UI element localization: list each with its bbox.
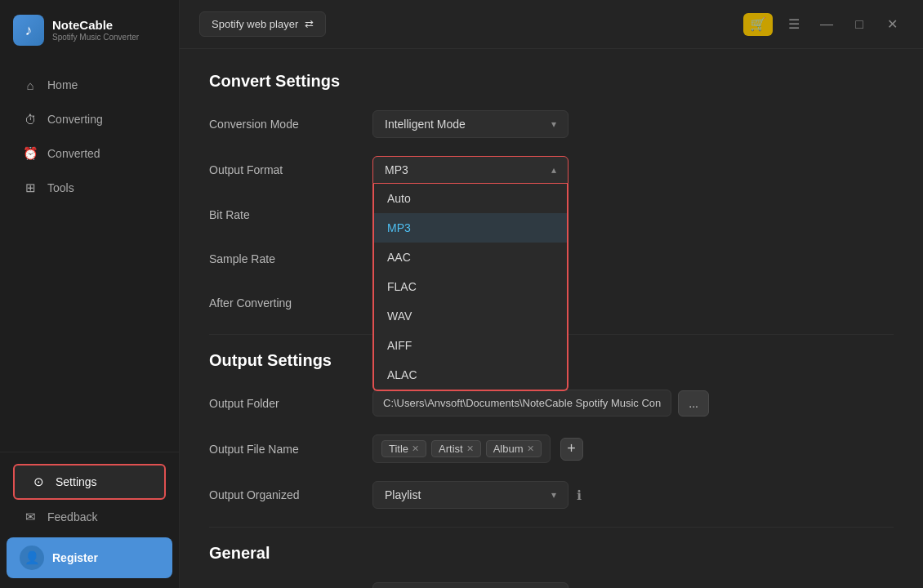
settings-icon: ⊙ — [31, 474, 46, 489]
sidebar-item-settings[interactable]: ⊙ Settings — [13, 464, 166, 500]
logo-icon: ♪ — [13, 15, 44, 46]
sidebar-item-converted[interactable]: ⏰ Converted — [7, 137, 172, 170]
converted-icon: ⏰ — [23, 146, 38, 161]
app-logo: ♪ NoteCable Spotify Music Converter — [0, 0, 179, 60]
tools-icon: ⊞ — [23, 180, 38, 195]
sample-rate-label: Sample Rate — [209, 252, 372, 265]
close-button[interactable]: ✕ — [881, 13, 903, 36]
spotify-btn-label: Spotify web player — [212, 18, 298, 30]
output-folder-control: C:\Users\Anvsoft\Documents\NoteCable Spo… — [372, 390, 709, 416]
conversion-mode-dropdown[interactable]: Intelligent Mode ▾ — [372, 110, 569, 138]
conversion-mode-value: Intelligent Mode — [385, 118, 466, 131]
register-button[interactable]: 👤 Register — [7, 537, 172, 578]
format-option-mp3[interactable]: MP3 — [374, 213, 567, 243]
app-title: NoteCable — [52, 18, 139, 33]
output-folder-label: Output Folder — [209, 397, 372, 410]
app-subtitle: Spotify Music Converter — [52, 33, 139, 42]
settings-content: Convert Settings Conversion Mode Intelli… — [180, 49, 923, 588]
sidebar-item-feedback[interactable]: ✉ Feedback — [7, 501, 172, 532]
output-filename-control: Title ✕ Artist ✕ Album ✕ + — [372, 434, 583, 463]
add-tag-button[interactable]: + — [560, 438, 583, 461]
cart-button[interactable]: 🛒 — [743, 13, 773, 36]
output-organized-label: Output Organized — [209, 488, 372, 501]
output-organized-value: Playlist — [385, 488, 421, 501]
maximize-button[interactable]: □ — [848, 13, 871, 36]
bit-rate-label: Bit Rate — [209, 208, 372, 221]
output-organized-row: Output Organized Playlist ▾ ℹ — [209, 481, 894, 509]
converting-icon: ⏱ — [23, 112, 38, 127]
output-format-control: MP3 ▴ Auto MP3 AAC FLAC WAV AIFF ALAC — [372, 156, 585, 184]
output-organized-dropdown[interactable]: Playlist ▾ — [372, 481, 569, 509]
sidebar-item-tools-label: Tools — [47, 181, 74, 194]
output-format-menu: Auto MP3 AAC FLAC WAV AIFF ALAC — [372, 184, 569, 391]
topbar: Spotify web player ⇄ 🛒 ☰ — □ ✕ — [180, 0, 923, 49]
output-filename-row: Output File Name Title ✕ Artist ✕ Album … — [209, 434, 894, 463]
output-folder-row: Output Folder C:\Users\Anvsoft\Documents… — [209, 390, 894, 416]
tag-album: Album ✕ — [486, 440, 542, 457]
format-option-wav[interactable]: WAV — [374, 301, 567, 331]
menu-button[interactable]: ☰ — [783, 13, 805, 36]
minimize-button[interactable]: — — [815, 13, 838, 36]
feedback-icon: ✉ — [23, 510, 38, 524]
convert-settings-title: Convert Settings — [209, 72, 894, 91]
sidebar-bottom: ⊙ Settings ✉ Feedback 👤 Register — [0, 452, 179, 588]
output-filename-label: Output File Name — [209, 443, 372, 456]
tag-title: Title ✕ — [381, 440, 426, 457]
sidebar: ♪ NoteCable Spotify Music Converter ⌂ Ho… — [0, 0, 180, 588]
output-format-row: Output Format MP3 ▴ Auto MP3 AAC FLAC WA… — [209, 156, 894, 184]
sidebar-item-feedback-label: Feedback — [47, 510, 97, 523]
tag-artist-close[interactable]: ✕ — [466, 443, 474, 454]
main-content: Spotify web player ⇄ 🛒 ☰ — □ ✕ Convert S… — [180, 0, 923, 588]
chevron-down-icon: ▾ — [551, 118, 556, 130]
tag-container: Title ✕ Artist ✕ Album ✕ — [372, 434, 551, 463]
chevron-down-icon: ▾ — [551, 489, 556, 501]
register-label: Register — [52, 551, 98, 564]
window-controls: 🛒 ☰ — □ ✕ — [743, 13, 903, 36]
sidebar-item-converting[interactable]: ⏱ Converting — [7, 103, 172, 136]
format-option-aac[interactable]: AAC — [374, 243, 567, 272]
browse-button[interactable]: ... — [678, 390, 709, 416]
home-icon: ⌂ — [23, 78, 38, 92]
avatar-icon: 👤 — [25, 550, 40, 565]
output-format-value: MP3 — [385, 163, 408, 176]
tag-album-close[interactable]: ✕ — [527, 443, 534, 454]
spotify-player-button[interactable]: Spotify web player ⇄ — [199, 11, 326, 37]
general-title: General — [209, 544, 894, 563]
tag-title-close[interactable]: ✕ — [412, 443, 419, 454]
format-option-alac[interactable]: ALAC — [374, 360, 567, 390]
output-folder-input[interactable]: C:\Users\Anvsoft\Documents\NoteCable Spo… — [372, 390, 671, 416]
general-section: General Appearance Dark ▾ Languages Engl… — [209, 544, 894, 588]
switch-icon: ⇄ — [305, 18, 314, 30]
logo-text: NoteCable Spotify Music Converter — [52, 18, 139, 42]
format-option-aiff[interactable]: AIFF — [374, 331, 567, 360]
sidebar-item-tools[interactable]: ⊞ Tools — [7, 172, 172, 204]
appearance-row: Appearance Dark ▾ — [209, 582, 894, 588]
appearance-dropdown[interactable]: Dark ▾ — [372, 582, 569, 588]
tag-artist: Artist ✕ — [431, 440, 481, 457]
sidebar-nav: ⌂ Home ⏱ Converting ⏰ Converted ⊞ Tools — [0, 60, 179, 452]
format-option-auto[interactable]: Auto — [374, 184, 567, 213]
sidebar-item-home-label: Home — [47, 78, 78, 91]
sidebar-item-converted-label: Converted — [47, 147, 100, 160]
format-option-flac[interactable]: FLAC — [374, 272, 567, 301]
divider-2 — [209, 527, 894, 528]
chevron-up-icon: ▴ — [551, 164, 556, 176]
output-format-label: Output Format — [209, 163, 372, 176]
output-format-dropdown[interactable]: MP3 ▴ — [372, 156, 569, 184]
sidebar-item-converting-label: Converting — [47, 113, 103, 126]
output-organized-control: Playlist ▾ ℹ — [372, 481, 582, 509]
conversion-mode-label: Conversion Mode — [209, 118, 372, 131]
after-converting-label: After Converting — [209, 296, 372, 310]
conversion-mode-control: Intelligent Mode ▾ — [372, 110, 585, 138]
appearance-control: Dark ▾ — [372, 582, 585, 588]
sidebar-item-home[interactable]: ⌂ Home — [7, 69, 172, 101]
sidebar-item-settings-label: Settings — [56, 475, 97, 488]
avatar: 👤 — [20, 546, 44, 570]
info-icon[interactable]: ℹ — [577, 488, 582, 503]
conversion-mode-row: Conversion Mode Intelligent Mode ▾ — [209, 110, 894, 138]
